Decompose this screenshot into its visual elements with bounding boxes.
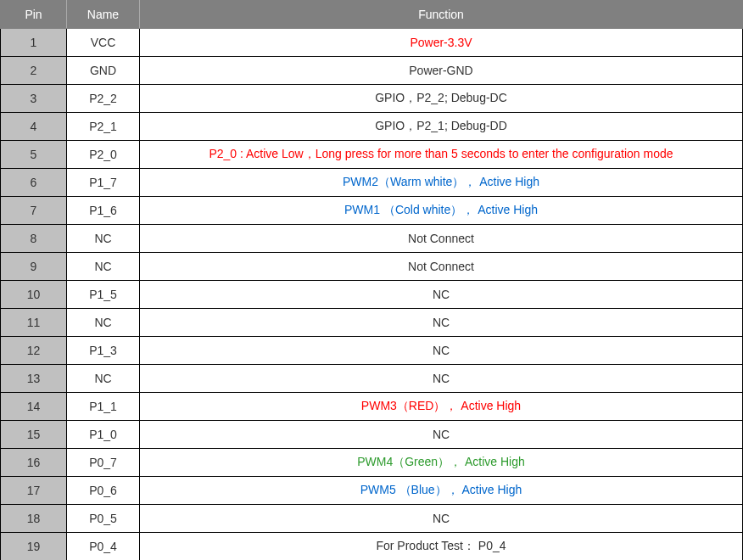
- function-cell: PWM1 （Cold white）， Active High: [140, 197, 743, 225]
- name-cell: NC: [67, 225, 140, 253]
- name-cell: P0_7: [67, 449, 140, 477]
- table-row: 8NCNot Connect: [1, 225, 743, 253]
- function-cell: PWM4（Green）， Active High: [140, 449, 743, 477]
- name-cell: P1_5: [67, 281, 140, 309]
- table-row: 7P1_6PWM1 （Cold white）， Active High: [1, 197, 743, 225]
- table-row: 3P2_2GPIO，P2_2; Debug-DC: [1, 85, 743, 113]
- table-row: 2GNDPower-GND: [1, 57, 743, 85]
- function-cell: Power-GND: [140, 57, 743, 85]
- name-cell: P1_6: [67, 197, 140, 225]
- pin-cell: 1: [1, 29, 67, 57]
- function-cell: P2_0 : Active Low，Long press for more th…: [140, 141, 743, 169]
- name-cell: P2_1: [67, 113, 140, 141]
- pin-cell: 5: [1, 141, 67, 169]
- table-row: 1VCCPower-3.3V: [1, 29, 743, 57]
- table-row: 19P0_4For Product Test： P0_4: [1, 533, 743, 561]
- pin-cell: 2: [1, 57, 67, 85]
- name-cell: P0_5: [67, 505, 140, 533]
- function-cell: For Product Test： P0_4: [140, 533, 743, 561]
- pin-cell: 19: [1, 533, 67, 561]
- function-cell: PWM2（Warm white）， Active High: [140, 169, 743, 197]
- table-row: 5P2_0P2_0 : Active Low，Long press for mo…: [1, 141, 743, 169]
- table-row: 14P1_1PWM3（RED）， Active High: [1, 393, 743, 421]
- function-cell: PWM5 （Blue）， Active High: [140, 477, 743, 505]
- function-cell: Power-3.3V: [140, 29, 743, 57]
- function-cell: NC: [140, 421, 743, 449]
- pin-cell: 15: [1, 421, 67, 449]
- header-function: Function: [140, 1, 743, 29]
- table-header: Pin Name Function: [1, 1, 743, 29]
- pin-cell: 3: [1, 85, 67, 113]
- function-cell: GPIO，P2_2; Debug-DC: [140, 85, 743, 113]
- table-body: 1VCCPower-3.3V2GNDPower-GND3P2_2GPIO，P2_…: [1, 29, 743, 561]
- header-pin: Pin: [1, 1, 67, 29]
- name-cell: P1_7: [67, 169, 140, 197]
- table-row: 15P1_0NC: [1, 421, 743, 449]
- table-row: 18P0_5NC: [1, 505, 743, 533]
- name-cell: P1_1: [67, 393, 140, 421]
- function-cell: NC: [140, 505, 743, 533]
- header-name: Name: [67, 1, 140, 29]
- table-row: 13NCNC: [1, 365, 743, 393]
- table-row: 10P1_5NC: [1, 281, 743, 309]
- function-cell: NC: [140, 365, 743, 393]
- function-cell: Not Connect: [140, 253, 743, 281]
- table-row: 12P1_3NC: [1, 337, 743, 365]
- name-cell: GND: [67, 57, 140, 85]
- pin-cell: 10: [1, 281, 67, 309]
- name-cell: VCC: [67, 29, 140, 57]
- name-cell: NC: [67, 309, 140, 337]
- table-row: 6P1_7PWM2（Warm white）， Active High: [1, 169, 743, 197]
- pin-cell: 6: [1, 169, 67, 197]
- name-cell: NC: [67, 365, 140, 393]
- pin-cell: 8: [1, 225, 67, 253]
- name-cell: P0_4: [67, 533, 140, 561]
- name-cell: P1_3: [67, 337, 140, 365]
- function-cell: NC: [140, 337, 743, 365]
- function-cell: NC: [140, 309, 743, 337]
- table-row: 11NCNC: [1, 309, 743, 337]
- name-cell: P2_0: [67, 141, 140, 169]
- pin-cell: 18: [1, 505, 67, 533]
- pin-table: Pin Name Function 1VCCPower-3.3V2GNDPowe…: [0, 0, 743, 560]
- pin-cell: 11: [1, 309, 67, 337]
- name-cell: NC: [67, 253, 140, 281]
- table-row: 17P0_6PWM5 （Blue）， Active High: [1, 477, 743, 505]
- pin-cell: 9: [1, 253, 67, 281]
- pin-cell: 16: [1, 449, 67, 477]
- pin-cell: 17: [1, 477, 67, 505]
- pin-cell: 14: [1, 393, 67, 421]
- table-row: 16P0_7PWM4（Green）， Active High: [1, 449, 743, 477]
- name-cell: P1_0: [67, 421, 140, 449]
- pin-cell: 7: [1, 197, 67, 225]
- pin-cell: 13: [1, 365, 67, 393]
- table-row: 4P2_1GPIO，P2_1; Debug-DD: [1, 113, 743, 141]
- pin-cell: 12: [1, 337, 67, 365]
- function-cell: PWM3（RED）， Active High: [140, 393, 743, 421]
- function-cell: GPIO，P2_1; Debug-DD: [140, 113, 743, 141]
- name-cell: P0_6: [67, 477, 140, 505]
- name-cell: P2_2: [67, 85, 140, 113]
- table-row: 9NCNot Connect: [1, 253, 743, 281]
- pin-cell: 4: [1, 113, 67, 141]
- function-cell: Not Connect: [140, 225, 743, 253]
- function-cell: NC: [140, 281, 743, 309]
